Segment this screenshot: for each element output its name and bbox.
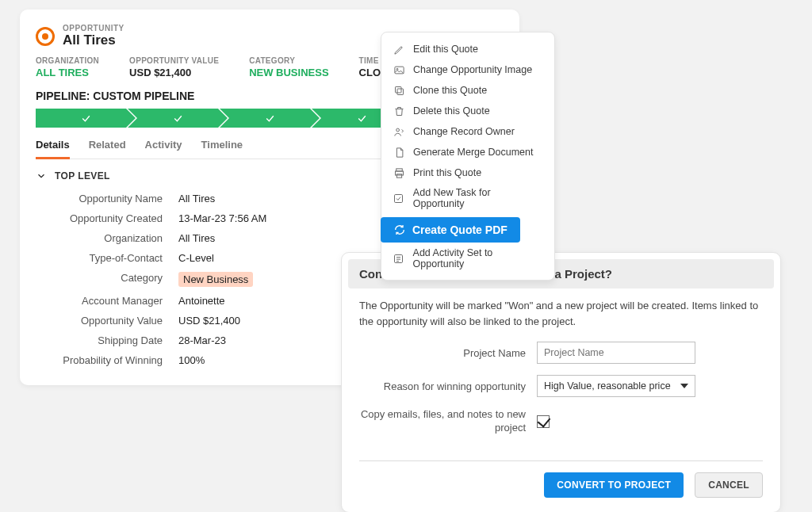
pencil-icon bbox=[393, 43, 405, 55]
tab-related[interactable]: Related bbox=[89, 139, 126, 159]
convert-button[interactable]: CONVERT TO PROJECT bbox=[544, 472, 684, 498]
menu-change-image[interactable]: Change Opportunity Image bbox=[381, 59, 554, 80]
menu-print-quote[interactable]: Print this Quote bbox=[381, 162, 554, 183]
cancel-button[interactable]: CANCEL bbox=[695, 472, 763, 498]
caret-down-icon bbox=[680, 382, 688, 390]
create-quote-pdf-button[interactable]: Create Quote PDF bbox=[381, 217, 520, 243]
svg-point-4 bbox=[396, 128, 399, 132]
form-row-reason: Reason for winning opportunity High Valu… bbox=[359, 375, 763, 397]
svg-rect-8 bbox=[395, 194, 403, 202]
check-icon bbox=[173, 113, 183, 124]
copy-icon bbox=[393, 84, 405, 97]
opportunity-title: All Tires bbox=[63, 32, 124, 48]
copy-checkbox[interactable] bbox=[537, 415, 550, 428]
checklist-icon bbox=[393, 252, 405, 265]
dialog-divider bbox=[359, 460, 763, 461]
image-icon bbox=[393, 63, 405, 76]
document-icon bbox=[393, 146, 405, 159]
organization-link[interactable]: ALL TIRES bbox=[36, 67, 99, 78]
opportunity-label: OPPORTUNITY bbox=[63, 24, 124, 32]
reason-select[interactable]: High Value, reasonable price bbox=[537, 375, 695, 397]
menu-merge-document[interactable]: Generate Merge Document bbox=[381, 142, 554, 162]
menu-delete-quote[interactable]: Delete this Quote bbox=[381, 101, 554, 121]
target-icon bbox=[36, 27, 55, 46]
menu-add-task[interactable]: Add New Task for Opportunity bbox=[381, 183, 554, 213]
menu-clone-quote[interactable]: Clone this Quote bbox=[381, 80, 554, 101]
form-row-copy: Copy emails, files, and notes to new pro… bbox=[359, 408, 763, 435]
menu-add-activity-set[interactable]: Add Activity Set to Opportunity bbox=[381, 243, 554, 273]
kpi-value: OPPORTUNITY VALUE USD $21,400 bbox=[129, 56, 219, 78]
tab-details[interactable]: Details bbox=[36, 139, 70, 159]
form-row-project-name: Project Name bbox=[359, 342, 763, 364]
kpi-organization: ORGANIZATION ALL TIRES bbox=[36, 56, 99, 78]
pipeline-stage-3[interactable] bbox=[220, 109, 320, 128]
menu-change-owner[interactable]: Change Record Owner bbox=[381, 121, 554, 142]
dialog-description: The Opportunity will be marked "Won" and… bbox=[359, 298, 763, 329]
menu-edit-quote[interactable]: Edit this Quote bbox=[381, 39, 554, 59]
trash-icon bbox=[393, 105, 405, 117]
pipeline-stage-1[interactable] bbox=[36, 109, 136, 128]
print-icon bbox=[393, 166, 405, 179]
svg-rect-7 bbox=[396, 174, 401, 177]
svg-rect-2 bbox=[397, 89, 404, 95]
svg-rect-3 bbox=[395, 86, 401, 93]
kpi-category: CATEGORY NEW BUSINESS bbox=[249, 56, 328, 78]
record-actions-menu: Edit this Quote Change Opportunity Image… bbox=[381, 32, 555, 281]
convert-to-project-dialog: Convert Opportunity "All Tires" to a Pro… bbox=[341, 252, 781, 512]
chevron-down-icon bbox=[36, 170, 47, 181]
refresh-icon bbox=[393, 224, 406, 236]
pipeline-stage-2[interactable] bbox=[128, 109, 228, 128]
tab-timeline[interactable]: Timeline bbox=[201, 139, 243, 159]
project-name-input[interactable] bbox=[537, 342, 695, 364]
user-swap-icon bbox=[393, 125, 405, 138]
check-icon bbox=[357, 113, 367, 124]
tab-activity[interactable]: Activity bbox=[145, 139, 182, 159]
check-icon bbox=[265, 113, 275, 124]
check-icon bbox=[81, 113, 91, 124]
task-icon bbox=[393, 192, 405, 204]
